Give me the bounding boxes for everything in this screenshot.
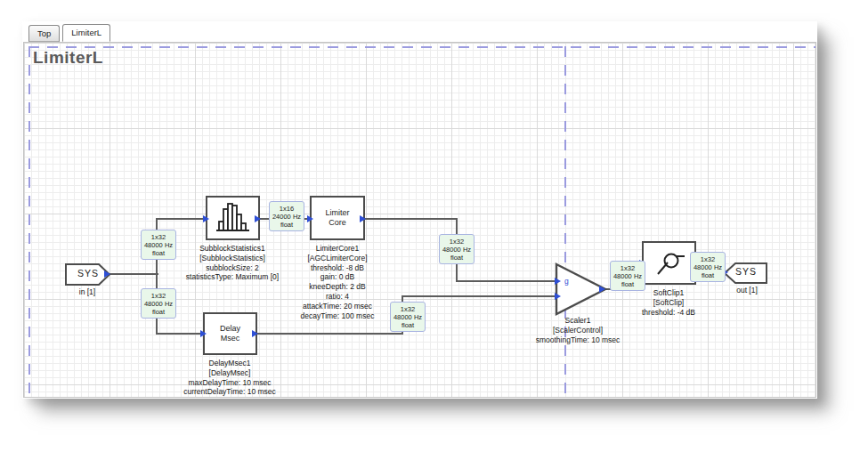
wire-type-label: 1x3248000 Hzfloat xyxy=(439,234,475,264)
wire-type-label: 1x3248000 Hzfloat xyxy=(141,288,176,319)
sys-output-text: SYS xyxy=(724,266,768,277)
softclip-curve-icon xyxy=(650,247,689,279)
sys-output-port[interactable]: SYS xyxy=(724,262,768,284)
page-title: LimiterL xyxy=(33,48,103,68)
wire-type-label: 1x3248000 Hzfloat xyxy=(610,261,645,291)
subsystem-tabbar: Top LimiterL xyxy=(22,21,817,42)
delaymsec-caption: DelayMsec1 [DelayMsec] maxDelayTime: 10 … xyxy=(154,359,305,397)
wire xyxy=(365,218,458,220)
scaler-gain-pin-label: g xyxy=(564,277,569,286)
input-pin[interactable] xyxy=(200,330,207,337)
output-pin[interactable] xyxy=(252,330,258,337)
wire xyxy=(456,280,557,282)
page-guide-top xyxy=(28,46,815,48)
limitercore-inner-label: Limiter Core xyxy=(325,208,349,228)
input-pin[interactable] xyxy=(307,215,313,222)
subblockstatistics-block[interactable] xyxy=(206,196,260,240)
tab-limiterl[interactable]: LimiterL xyxy=(62,24,110,42)
designer-window: Top LimiterL LimiterL SYS xyxy=(22,21,817,399)
page-guide-left xyxy=(28,46,30,397)
output-pin[interactable] xyxy=(360,215,366,222)
output-pin[interactable] xyxy=(255,215,261,222)
wire-type-label: 1x3248000 Hzfloat xyxy=(390,302,426,332)
scaler-caption: Scaler1 [ScalerControl] smoothingTime: 1… xyxy=(502,316,653,344)
design-canvas[interactable]: LimiterL SYS in [1] xyxy=(23,42,816,398)
input-pin[interactable] xyxy=(555,278,561,285)
histogram-icon xyxy=(214,201,253,235)
wire-type-label: 1x1624000 Hzfloat xyxy=(269,201,304,231)
tab-top[interactable]: Top xyxy=(28,25,60,42)
output-pin[interactable] xyxy=(104,270,110,278)
input-pin[interactable] xyxy=(555,293,561,300)
delaymsec-block[interactable]: Delay Msec xyxy=(203,312,257,355)
softclip-block[interactable] xyxy=(642,241,696,285)
delaymsec-inner-label: Delay Msec xyxy=(220,324,240,343)
wire-type-label: 1x3248000 Hzfloat xyxy=(690,252,726,282)
wire xyxy=(156,218,207,220)
wire xyxy=(402,295,557,297)
wire xyxy=(110,273,158,275)
wire xyxy=(257,333,402,335)
limitercore-block[interactable]: Limiter Core xyxy=(310,196,365,240)
sys-output-caption: out [1] xyxy=(671,286,816,295)
wire xyxy=(156,333,204,335)
wire-type-label: 1x3248000 Hzfloat xyxy=(141,230,176,260)
input-pin[interactable] xyxy=(203,215,209,222)
